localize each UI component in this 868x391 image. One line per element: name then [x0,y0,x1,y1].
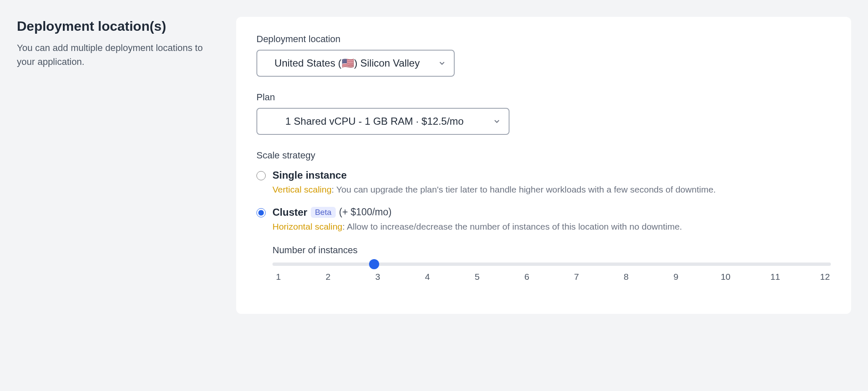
sidebar-description: You can add multiple deployment location… [17,41,219,69]
slider-tick: 9 [671,272,681,282]
slider-tick: 4 [422,272,432,282]
location-select[interactable]: United States (🇺🇸) Silicon Valley [256,50,455,77]
sidebar: Deployment location(s) You can add multi… [17,17,219,314]
sidebar-title: Deployment location(s) [17,19,219,34]
scale-radio-group: Single instance Vertical scaling: You ca… [256,169,831,233]
instances-section: Number of instances 1 2 3 4 5 6 7 8 9 [272,245,831,282]
location-select-wrapper: United States (🇺🇸) Silicon Valley [256,50,455,77]
radio-cluster-content: Cluster Beta (+ $100/mo) Horizontal scal… [272,206,831,233]
slider-tick: 7 [571,272,582,282]
plan-select[interactable]: 1 Shared vCPU - 1 GB RAM · $12.5/mo [256,108,509,135]
scale-field-group: Scale strategy Single instance Vertical … [256,150,831,282]
slider-tick: 5 [472,272,482,282]
instances-label: Number of instances [272,245,831,256]
slider-thumb[interactable] [369,259,379,269]
beta-badge: Beta [311,207,336,218]
plan-field-group: Plan 1 Shared vCPU - 1 GB RAM · $12.5/mo [256,92,831,135]
radio-cluster-title-row: Cluster Beta (+ $100/mo) [272,206,831,218]
radio-option-single: Single instance Vertical scaling: You ca… [256,169,831,196]
plan-label: Plan [256,92,831,103]
slider-tick: 11 [770,272,780,282]
location-label: Deployment location [256,34,831,45]
radio-single-title: Single instance [272,169,347,181]
vertical-scaling-term: Vertical scaling [272,185,332,194]
slider-tick: 8 [621,272,631,282]
slider-tick: 6 [522,272,532,282]
cluster-price: (+ $100/mo) [339,206,392,218]
slider-tick: 1 [273,272,283,282]
radio-cluster-description: Horizontal scaling: Allow to increase/de… [272,220,831,233]
radio-option-cluster: Cluster Beta (+ $100/mo) Horizontal scal… [256,206,831,233]
main-panel: Deployment location United States (🇺🇸) S… [236,17,851,314]
deployment-config: Deployment location(s) You can add multi… [0,0,868,331]
slider-tick: 10 [720,272,731,282]
instances-slider[interactable]: 1 2 3 4 5 6 7 8 9 10 11 12 [272,262,831,282]
horizontal-scaling-term: Horizontal scaling [272,222,342,231]
location-field-group: Deployment location United States (🇺🇸) S… [256,34,831,77]
slider-track [272,262,831,266]
radio-single-desc-text: : You can upgrade the plan's tier later … [332,185,716,194]
slider-ticks: 1 2 3 4 5 6 7 8 9 10 11 12 [272,272,831,282]
slider-tick: 3 [373,272,383,282]
slider-tick: 12 [820,272,830,282]
radio-single-description: Vertical scaling: You can upgrade the pl… [272,183,831,196]
scale-label: Scale strategy [256,150,831,161]
radio-single-instance[interactable] [256,171,266,180]
radio-single-content: Single instance Vertical scaling: You ca… [272,169,831,196]
slider-tick: 2 [323,272,333,282]
radio-cluster[interactable] [256,208,266,217]
radio-single-title-row: Single instance [272,169,831,181]
radio-cluster-desc-text: : Allow to increase/decrease the number … [342,222,682,231]
plan-select-wrapper: 1 Shared vCPU - 1 GB RAM · $12.5/mo [256,108,509,135]
radio-cluster-title: Cluster [272,206,307,218]
